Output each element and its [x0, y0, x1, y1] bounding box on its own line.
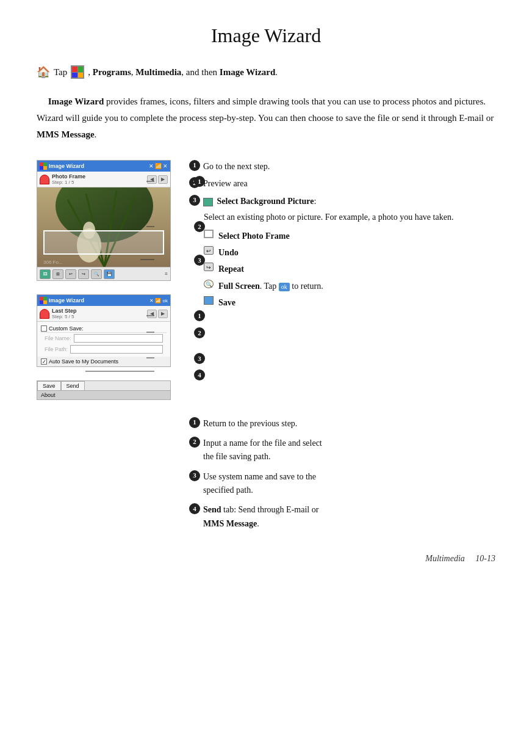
sub-undo-label: Undo: [218, 246, 239, 260]
about-bar: About: [37, 391, 170, 399]
screen1-title-left: Image Wizard: [40, 162, 84, 170]
screen2-title-right: ✕ 📶 ok: [149, 298, 168, 303]
screen1-titlebar: Image Wizard ✕ 📶 ✕: [37, 161, 170, 172]
screen3: Save Send About: [37, 380, 171, 400]
save-icon: [204, 296, 214, 305]
screen2-subtitle: Last Step: [52, 308, 77, 314]
footer-page: 10-13: [475, 554, 495, 563]
repeat-icon: ↪: [204, 263, 214, 271]
screen2-titlebar: Image Wizard ✕ 📶 ok: [37, 295, 170, 306]
screen2-subbar-left: Last Step Step: 5 / 5: [40, 308, 77, 319]
sub-frame-label: Select Photo Frame: [218, 230, 290, 243]
filename-row: File Name:: [41, 333, 167, 344]
filepath-row: File Path:: [41, 344, 167, 355]
anno-1-text: Go to the next step.: [203, 160, 270, 173]
sub-items: Select Photo Frame ↩ Undo ↪ Repeat 🔍 Ful…: [189, 230, 495, 310]
next-btn-1[interactable]: ▶: [158, 175, 168, 184]
toolbar-btn-undo[interactable]: ↩: [65, 269, 76, 279]
toolbar-btn-bg[interactable]: 🖼: [40, 269, 51, 279]
callout-1-top: 1: [194, 176, 205, 187]
anno-3-detail: Select an existing photo or picture. For…: [189, 211, 495, 224]
screen1-step: Step: 1 / 5: [52, 180, 85, 185]
anno-2: 2 Preview area: [189, 177, 495, 191]
svg-text:306 Fo...: 306 Fo...: [43, 260, 63, 265]
anno-b2: 2 Input a name for the file and selectth…: [189, 437, 495, 464]
autosave-label: Auto Save to My Documents: [49, 358, 118, 365]
screen3-wrapper: Save Send About 4: [37, 380, 171, 400]
custom-save-checkbox[interactable]: [41, 325, 47, 332]
screen2-title-text: Image Wizard: [49, 297, 84, 303]
tab-save[interactable]: Save: [37, 381, 61, 390]
screen1-subbar-left: Photo Frame Step: 1 / 5: [40, 173, 85, 185]
screen2-step: Step: 5 / 5: [52, 314, 77, 319]
callout-2-bottom: 2: [194, 327, 205, 338]
anno-1: 1 Go to the next step.: [189, 160, 495, 173]
undo-icon: ↩: [204, 246, 214, 255]
frame-icon: [204, 230, 214, 238]
screen1-subtitle: Photo Frame: [52, 173, 85, 180]
screen2-subtitle-block: Last Step Step: 5 / 5: [52, 308, 77, 319]
screen1-wrapper: Image Wizard ✕ 📶 ✕ Photo Frame Step: 1: [37, 160, 171, 281]
anno-b3-text: Use system name and save to thespecified…: [203, 470, 316, 498]
toolbar-right-label: ≡: [165, 271, 168, 277]
sub-save-label: Save: [218, 296, 235, 310]
screen1-title-text: Image Wizard: [49, 163, 84, 169]
sub-repeat-label: Repeat: [218, 263, 244, 276]
signal-icon-1: 📶: [155, 163, 162, 169]
next-btn-2[interactable]: ▶: [158, 310, 168, 318]
anno-2-text: Preview area: [203, 177, 248, 191]
screen3-tabbar[interactable]: Save Send: [37, 381, 170, 391]
heart-icon-2: [40, 309, 49, 319]
tap-prefix: Tap: [54, 67, 67, 78]
toolbar-btn-frame[interactable]: ⊞: [52, 269, 63, 279]
tab-send[interactable]: Send: [61, 381, 85, 390]
toolbar-btn-save[interactable]: 💾: [104, 269, 115, 279]
anno-b1-text: Return to the previous step.: [203, 417, 297, 431]
screen1-toolbar[interactable]: 🖼 ⊞ ↩ ↪ 🔍 💾 ≡: [37, 267, 170, 280]
sub-undo: ↩ Undo: [204, 246, 495, 260]
autosave-checkbox[interactable]: ✓: [41, 358, 47, 365]
wm-flag-sm-2: [40, 297, 47, 304]
callout-num-1: 1: [189, 160, 200, 171]
screen1-nav[interactable]: ◀ ▶: [147, 175, 168, 184]
screen2-nav[interactable]: ◀ ▶: [147, 310, 168, 318]
ok-button[interactable]: ok: [279, 283, 290, 291]
callout-1-bottom: 1: [194, 310, 205, 321]
toolbar-btn-repeat[interactable]: ↪: [78, 269, 89, 279]
screen2-title-left: Image Wizard: [40, 297, 84, 304]
filepath-label: File Path:: [45, 346, 68, 352]
right-annotations: 1 Go to the next step. 2 Preview area 3 …: [189, 160, 495, 537]
callout-b3: 3: [189, 470, 200, 481]
annotations-top: 1 Go to the next step. 2 Preview area 3 …: [189, 160, 495, 313]
home-icon: 🏠: [37, 65, 50, 79]
callout-b2: 2: [189, 437, 200, 448]
toolbar-btn-search[interactable]: 🔍: [91, 269, 102, 279]
sub-fullscreen-label: Full Screen. Tap ok to return.: [218, 280, 323, 293]
callout-num-3: 3: [189, 195, 200, 206]
anno-b4-text: Send tab: Send through E-mail orMMS Mess…: [203, 503, 318, 531]
custom-save-row: Custom Save:: [41, 324, 167, 333]
annotations-bottom: 1 Return to the previous step. 2 Input a…: [189, 411, 495, 537]
anno-b2-text: Input a name for the file and selectthe …: [203, 437, 322, 464]
anno-b4: 4 Send tab: Send through E-mail orMMS Me…: [189, 503, 495, 531]
filename-label: File Name:: [45, 335, 71, 341]
heart-icon-1: [40, 175, 49, 184]
fullscreen-icon: 🔍: [204, 280, 214, 288]
prev-btn-1[interactable]: ◀: [147, 175, 157, 184]
antenna-icon-1: ✕: [149, 163, 154, 169]
screen2: Image Wizard ✕ 📶 ok Last Step Step: 5 / …: [37, 294, 171, 367]
callout-3-bottom: 3: [194, 353, 205, 364]
selection-box: [43, 230, 164, 255]
wm-flag-sm-1: [40, 162, 47, 170]
page-title: Image Wizard: [37, 24, 495, 47]
antenna-icon-2: ✕ 📶 ok: [149, 298, 168, 303]
autosave-row: ✓ Auto Save to My Documents: [37, 357, 170, 366]
filepath-input[interactable]: [70, 345, 163, 354]
callout-3-top: 3: [194, 255, 205, 266]
callout-2-top: 2: [194, 221, 205, 232]
prev-btn-2[interactable]: ◀: [147, 310, 157, 318]
windows-flag-icon: [71, 65, 84, 79]
screen1-title-right: ✕ 📶 ✕: [149, 163, 168, 169]
filename-input[interactable]: [74, 334, 163, 343]
screen2-content: Custom Save: File Name: File Path:: [37, 322, 170, 357]
